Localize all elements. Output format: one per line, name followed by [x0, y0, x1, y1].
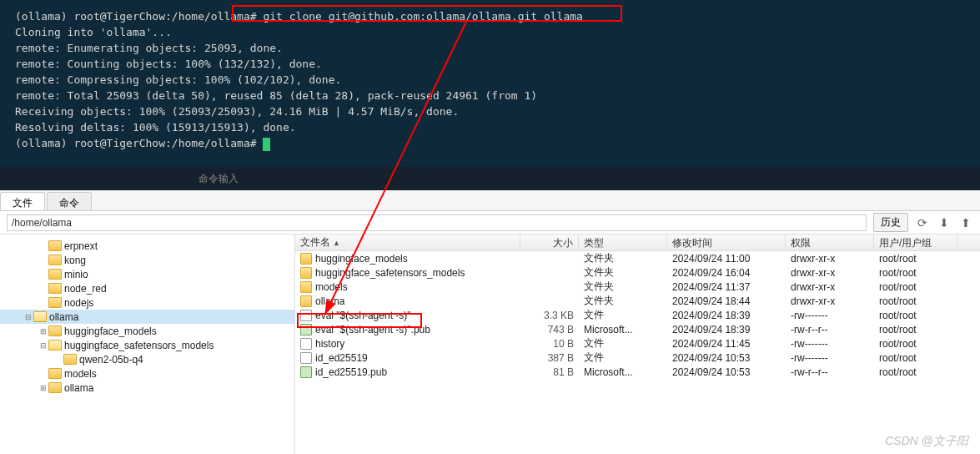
- file-perm: drwxr-xr-x: [786, 281, 874, 293]
- file-time: 2024/09/24 16:04: [667, 267, 786, 279]
- col-header-perm[interactable]: 权限: [786, 235, 874, 250]
- tree-item-qwen2-05b-q4[interactable]: qwen2-05b-q4: [0, 352, 294, 366]
- file-time: 2024/09/24 18:44: [667, 295, 786, 307]
- file-user: root/root: [874, 324, 957, 335]
- file-row[interactable]: history 10 B 文件 2024/09/24 11:45 -rw----…: [295, 336, 980, 351]
- tree-item-minio[interactable]: minio: [0, 267, 294, 281]
- expand-icon[interactable]: ⊟: [38, 341, 48, 350]
- tree-item-kong[interactable]: kong: [0, 253, 294, 267]
- file-user: root/root: [874, 295, 957, 307]
- terminal-line: (ollama) root@TigerChow:/home/ollama#: [15, 135, 965, 151]
- file-row[interactable]: models 文件夹 2024/09/24 11:37 drwxr-xr-x r…: [295, 280, 980, 294]
- tree-item-ollama[interactable]: ⊞ollama: [0, 381, 294, 395]
- tab-bar: 文件 命令: [0, 190, 980, 211]
- file-time: 2024/09/24 10:53: [667, 366, 786, 378]
- file-name: huggingface_safetensors_models: [315, 267, 465, 279]
- file-name: id_ed25519: [315, 352, 368, 364]
- file-time: 2024/09/24 11:45: [667, 338, 786, 350]
- col-header-size[interactable]: 大小: [520, 235, 579, 250]
- tree-label: nodejs: [64, 297, 93, 309]
- prompt: (ollama) root@TigerChow:/home/ollama#: [15, 10, 257, 23]
- file-perm: drwxr-xr-x: [786, 253, 874, 265]
- file-icon: [300, 338, 312, 350]
- file-type: 文件: [579, 351, 667, 365]
- file-row[interactable]: ollama 文件夹 2024/09/24 18:44 drwxr-xr-x r…: [295, 294, 980, 308]
- file-user: root/root: [874, 366, 957, 378]
- file-perm: -rw-------: [786, 352, 874, 364]
- folder-icon: [48, 269, 62, 280]
- download-icon[interactable]: ⬇: [937, 215, 952, 230]
- file-perm: drwxr-xr-x: [786, 267, 874, 279]
- col-header-user[interactable]: 用户/用户组: [874, 235, 957, 250]
- file-size: 3.3 KB: [520, 310, 579, 321]
- command-input-bar[interactable]: 命令输入: [0, 167, 980, 190]
- folder-icon: [48, 283, 62, 294]
- terminal-line: remote: Enumerating objects: 25093, done…: [15, 40, 965, 56]
- file-size: 10 B: [520, 338, 579, 350]
- tree-label: node_red: [64, 283, 107, 295]
- folder-icon: [48, 240, 62, 251]
- tree-label: ollama: [64, 382, 93, 394]
- file-row[interactable]: id_ed25519.pub 81 B Microsoft... 2024/09…: [295, 365, 980, 379]
- refresh-icon[interactable]: ⟳: [915, 215, 930, 230]
- tree-item-node_red[interactable]: node_red: [0, 281, 294, 295]
- folder-icon: [300, 267, 312, 279]
- file-perm: -rw-------: [786, 310, 874, 321]
- tree-item-ollama[interactable]: ⊟ollama: [0, 310, 294, 324]
- col-header-time[interactable]: 修改时间: [667, 235, 786, 250]
- tree-item-huggingface_models[interactable]: ⊞huggingface_models: [0, 324, 294, 338]
- folder-tree[interactable]: erpnextkongminionode_rednodejs⊟ollama⊞hu…: [0, 235, 295, 454]
- file-perm: -rw-r--r--: [786, 324, 874, 335]
- folder-icon: [33, 311, 47, 322]
- file-type: Microsoft...: [579, 324, 667, 335]
- folder-icon: [48, 255, 62, 265]
- file-type: 文件夹: [579, 280, 667, 294]
- path-input[interactable]: [7, 214, 867, 231]
- tree-item-nodejs[interactable]: nodejs: [0, 295, 294, 310]
- upload-icon[interactable]: ⬆: [958, 215, 973, 230]
- folder-icon: [48, 382, 62, 393]
- tree-item-models[interactable]: models: [0, 366, 294, 381]
- file-type: 文件: [579, 308, 667, 322]
- folder-icon: [48, 368, 62, 379]
- highlight-ollama-folder: [297, 313, 422, 328]
- terminal-line: Cloning into 'ollama'...: [15, 24, 965, 40]
- tree-label: models: [64, 368, 97, 380]
- terminal-line: remote: Compressing objects: 100% (102/1…: [15, 72, 965, 88]
- tab-command[interactable]: 命令: [47, 192, 92, 210]
- file-perm: drwxr-xr-x: [786, 295, 874, 307]
- tab-file[interactable]: 文件: [0, 192, 45, 210]
- file-type: 文件夹: [579, 265, 667, 280]
- watermark: CSDN @文子阳: [885, 434, 968, 449]
- file-user: root/root: [874, 281, 957, 293]
- folder-icon: [48, 340, 62, 351]
- expand-icon[interactable]: ⊟: [23, 313, 33, 321]
- folder-icon: [48, 297, 62, 308]
- expand-icon[interactable]: ⊞: [38, 384, 48, 392]
- folder-icon: [300, 253, 312, 265]
- file-type: 文件夹: [579, 294, 667, 308]
- tree-label: kong: [64, 255, 86, 266]
- file-list[interactable]: 文件名▲ 大小 类型 修改时间 权限 用户/用户组 huggingface_mo…: [295, 235, 980, 454]
- tree-item-erpnext[interactable]: erpnext: [0, 239, 294, 253]
- file-time: 2024/09/24 18:39: [667, 324, 786, 335]
- tree-item-huggingface_safetensors_models[interactable]: ⊟huggingface_safetensors_models: [0, 338, 294, 352]
- file-name: id_ed25519.pub: [315, 366, 387, 378]
- col-header-type[interactable]: 类型: [579, 235, 667, 250]
- terminal-panel[interactable]: (ollama) root@TigerChow:/home/ollama# gi…: [0, 0, 980, 190]
- file-row[interactable]: huggingface_safetensors_models 文件夹 2024/…: [295, 265, 980, 280]
- folder-icon: [48, 325, 62, 336]
- file-manager-panel: 文件 命令 历史 ⟳ ⬇ ⬆ erpnextkongminionode_redn…: [0, 190, 980, 454]
- expand-icon[interactable]: ⊞: [38, 327, 48, 335]
- history-button[interactable]: 历史: [873, 213, 908, 232]
- folder-icon: [63, 354, 77, 365]
- tree-label: erpnext: [64, 240, 98, 252]
- folder-icon: [300, 295, 312, 307]
- cursor-icon: [263, 138, 270, 151]
- command-input-placeholder: 命令输入: [199, 173, 239, 184]
- file-row[interactable]: id_ed25519 387 B 文件 2024/09/24 10:53 -rw…: [295, 351, 980, 365]
- file-size: 743 B: [520, 324, 579, 335]
- col-header-name[interactable]: 文件名▲: [295, 235, 520, 250]
- file-user: root/root: [874, 267, 957, 279]
- file-row[interactable]: huggingface_models 文件夹 2024/09/24 11:00 …: [295, 251, 980, 265]
